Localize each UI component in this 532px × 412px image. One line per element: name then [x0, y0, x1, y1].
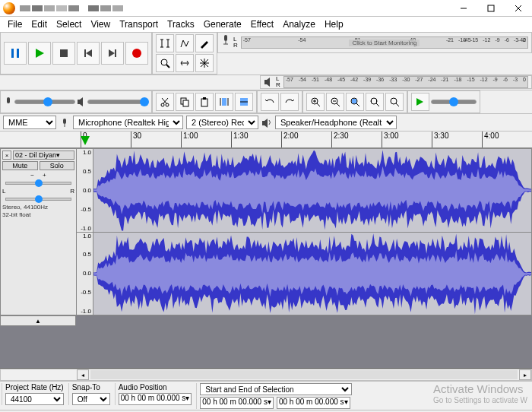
timeshift-tool[interactable] [176, 54, 194, 72]
playback-speed-slider[interactable] [431, 100, 477, 104]
fit-selection-button[interactable] [346, 93, 364, 111]
selection-start-field[interactable]: 00 h 00 m 00.000 s▾ [200, 397, 274, 409]
draw-tool[interactable] [195, 34, 214, 52]
waveform-channel-left[interactable]: 1.00.50.0-0.5-1.0 [77, 149, 531, 233]
envelope-tool[interactable] [176, 34, 194, 52]
menu-effect[interactable]: Effect [246, 17, 278, 31]
paste-button[interactable] [195, 93, 214, 111]
record-volume-slider[interactable] [14, 100, 75, 104]
skip-start-button[interactable] [77, 42, 100, 65]
speaker-icon [77, 96, 86, 108]
svg-line-57 [376, 103, 379, 106]
timeline-ruler[interactable]: 0 30 1:00 1:30 2:00 2:30 3:00 3:30 4:00 [0, 132, 532, 148]
track-name-dropdown[interactable]: 02 - Dil Diyan▾ [13, 151, 74, 160]
menu-select[interactable]: Select [52, 17, 86, 31]
zoom-toggle-button[interactable] [385, 93, 404, 111]
menu-edit[interactable]: Edit [27, 17, 52, 31]
snap-to-label: Snap-To [72, 383, 110, 391]
minimize-button[interactable] [450, 0, 477, 17]
gain-slider[interactable] [5, 182, 71, 185]
svg-line-21 [166, 65, 169, 68]
audio-host-select[interactable]: MME [3, 116, 56, 129]
scroll-right-button[interactable]: ▸ [519, 369, 531, 380]
mixer-toolbar [0, 90, 152, 113]
svg-line-55 [356, 103, 359, 106]
svg-marker-30 [264, 78, 270, 87]
menu-bar: File Edit Select View Transport Tracks G… [0, 17, 532, 32]
zoom-toolbar [302, 90, 407, 113]
selection-end-field[interactable]: 00 h 00 m 00.000 s▾ [277, 397, 350, 409]
menu-help[interactable]: Help [320, 17, 348, 31]
maximize-button[interactable] [477, 0, 505, 17]
play-at-speed-button[interactable] [411, 93, 429, 111]
pause-button[interactable] [4, 42, 27, 65]
play-at-speed-toolbar [407, 90, 480, 113]
svg-rect-61 [63, 119, 66, 124]
record-button[interactable] [125, 42, 148, 65]
playback-device-select[interactable]: Speaker/Headphone (Realt [275, 116, 397, 129]
undo-toolbar [257, 90, 302, 113]
playback-meter[interactable]: LR -57-54-51 -48-45-42 -39-36-33 -30-27-… [260, 75, 532, 89]
audio-position-label: Audio Position [119, 383, 192, 391]
play-button[interactable] [28, 42, 51, 65]
selection-mode-select[interactable]: Start and End of Selection [200, 383, 352, 395]
track-collapse-button[interactable]: ▲ [0, 315, 76, 326]
silence-button[interactable] [235, 93, 253, 111]
svg-marker-32 [78, 97, 83, 106]
redo-button[interactable] [280, 93, 299, 111]
toolbar-row-1: LR -57-54-51 -48-45-42 Click to Start Mo… [0, 32, 532, 75]
project-rate-label: Project Rate (Hz) [5, 383, 64, 391]
speaker-icon [261, 117, 272, 128]
svg-rect-1 [488, 5, 494, 11]
solo-button[interactable]: Solo [40, 161, 75, 170]
selection-toolbar: Project Rate (Hz) 44100 Snap-To Off Audi… [0, 381, 532, 410]
mute-button[interactable]: Mute [2, 161, 38, 170]
fit-project-button[interactable] [366, 93, 384, 111]
pan-slider[interactable] [5, 198, 71, 201]
svg-point-12 [132, 49, 141, 58]
toolbar-row-1b: LR -57-54-51 -48-45-42 -39-36-33 -30-27-… [0, 75, 532, 90]
play-volume-slider[interactable] [87, 100, 148, 104]
svg-marker-60 [416, 98, 423, 106]
svg-rect-27 [224, 35, 227, 41]
skip-end-button[interactable] [101, 42, 124, 65]
stop-button[interactable] [52, 42, 75, 65]
zoom-out-button[interactable] [326, 93, 344, 111]
copy-button[interactable] [176, 93, 194, 111]
menu-file[interactable]: File [3, 17, 27, 31]
svg-rect-54 [352, 99, 356, 103]
record-meter[interactable]: LR -57-54-51 -48-45-42 Click to Start Mo… [217, 32, 532, 53]
project-rate-select[interactable]: 44100 [5, 393, 64, 405]
mic-icon [59, 117, 70, 128]
zoom-tool[interactable] [156, 54, 174, 72]
record-device-select[interactable]: Microphone (Realtek High [73, 116, 183, 129]
tools-toolbar [152, 32, 217, 74]
scroll-left-button[interactable]: ◂ [77, 369, 89, 380]
menu-tracks[interactable]: Tracks [163, 17, 199, 31]
svg-rect-40 [203, 97, 206, 100]
snap-to-select[interactable]: Off [72, 393, 110, 405]
horizontal-scrollbar[interactable]: ◂ ▸ [0, 369, 532, 381]
transport-toolbar [0, 32, 152, 74]
undo-button[interactable] [261, 93, 279, 111]
zoom-in-button[interactable] [306, 93, 325, 111]
multi-tool[interactable] [195, 54, 214, 72]
waveform-channel-right[interactable]: 1.00.50.0-0.5-1.0 [77, 233, 531, 315]
mic-icon [221, 33, 230, 52]
menu-generate[interactable]: Generate [199, 17, 246, 31]
track-close-button[interactable]: × [2, 151, 11, 160]
track-area: × 02 - Dil Diyan▾ Mute Solo − + LR Stere… [0, 148, 532, 369]
cut-button[interactable] [156, 93, 174, 111]
record-channels-select[interactable]: 2 (Stereo) Recor [186, 116, 258, 129]
selection-tool[interactable] [156, 34, 174, 52]
svg-marker-6 [36, 49, 44, 58]
svg-rect-39 [201, 99, 207, 106]
trim-button[interactable] [215, 93, 233, 111]
menu-transport[interactable]: Transport [115, 17, 163, 31]
svg-marker-19 [201, 41, 208, 49]
menu-analyze[interactable]: Analyze [278, 17, 320, 31]
menu-view[interactable]: View [86, 17, 115, 31]
audio-position-field[interactable]: 00 h 00 m 00.000 s▾ [119, 393, 192, 405]
title-blur [20, 5, 123, 11]
close-button[interactable] [505, 0, 532, 17]
